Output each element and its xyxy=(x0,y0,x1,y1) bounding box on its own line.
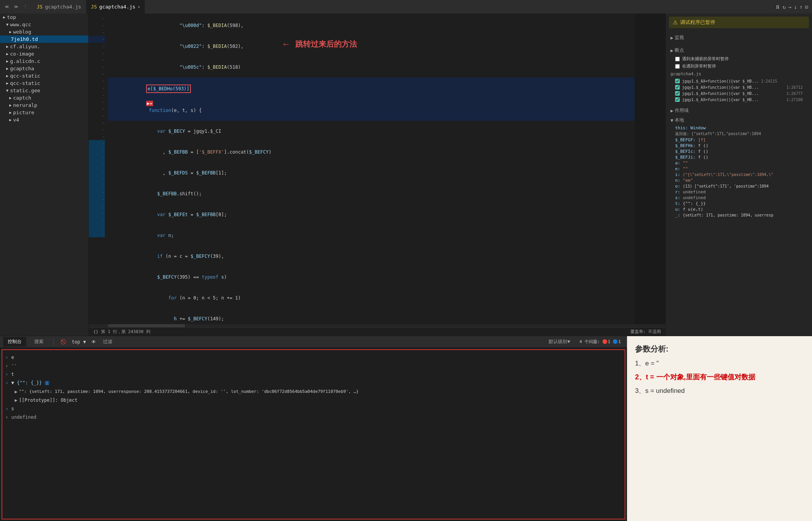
analysis-item-2: 2、t = 一个对象,里面有一些键值对数据 xyxy=(635,372,804,382)
sidebar-label: top xyxy=(7,14,16,20)
expand-icon[interactable]: ▶ xyxy=(15,396,17,404)
arrow-icon: ▶ xyxy=(6,44,8,49)
console-line-e-output: ‹ '' xyxy=(5,362,622,370)
clear-console-button[interactable]: 🚫 xyxy=(58,338,69,345)
toolbar-icon-5[interactable]: ↑ xyxy=(799,4,802,10)
sidebar-label: www.qcc xyxy=(10,22,31,27)
scope-o[interactable]: o: (13) ["setLeft":171', 'passtime":1094 xyxy=(666,183,812,189)
bp-checkbox-2[interactable] xyxy=(675,91,680,96)
bp-label-2: jgqy1.$_AX=function(){var $_HB... xyxy=(682,91,759,96)
sidebar-item-co-image[interactable]: ▶ co-image xyxy=(0,50,88,58)
bp-item-1[interactable]: jgqy1.$_AX=function(){var $_HB... 1:2671… xyxy=(666,84,812,90)
code-content[interactable]: "\u000d": $_BEDIA(598), "\u0022": $_BEDI… xyxy=(108,14,635,324)
code-line: $_BEFBB.shift(); xyxy=(108,183,635,204)
scope-value: (13) ["setLeft":171', 'passtime":1094 xyxy=(683,184,769,188)
sidebar-item-captch[interactable]: ▶ captch xyxy=(0,94,88,101)
toolbar-icon-2[interactable]: ↻ xyxy=(783,4,786,10)
sidebar-item-neruralp[interactable]: ▶ neruralp xyxy=(0,101,88,109)
scope-befhk[interactable]: $_BEFHk: f () xyxy=(666,143,812,149)
scope-befgf[interactable]: $_BEFGF: [f] xyxy=(666,137,812,143)
bp-item-3[interactable]: jgqy1.$_AX=function(){var $_HB... 1:2710… xyxy=(666,96,812,103)
console-input-text: t xyxy=(11,370,14,378)
bp-item-0[interactable]: jgqy1.$_AX=function(){var $_HB... 1:2421… xyxy=(666,78,812,84)
sidebar-item-7je1h0[interactable]: 7je1h0.td xyxy=(0,36,88,43)
scope-t[interactable]: t: {"": {_}} xyxy=(666,201,812,206)
sidebar-item-picture[interactable]: ▶ picture xyxy=(0,109,88,116)
scope-i: i: ("{\"setLeft\":171,\"passtime\":1094,… xyxy=(666,172,812,178)
bp-checkbox-1[interactable] xyxy=(675,85,680,90)
sidebar-item-www[interactable]: ▼ www.qcc xyxy=(0,21,88,28)
warning-icon: ⚠ xyxy=(673,19,678,25)
tab-js-icon: JS xyxy=(37,4,43,10)
tab-bar: ≪ ≫ ⋮ JS gcaptcha4.js JS gcaptcha4.js ✕ … xyxy=(0,0,812,14)
toolbar-icon-3[interactable]: → xyxy=(788,4,791,10)
toolbar-icon-6[interactable]: ⊡ xyxy=(805,4,808,10)
scope-befji[interactable]: $_BEFJi: f () xyxy=(666,154,812,160)
scope-underscore[interactable]: _: {setLeft: 171, passtime: 1094, userre… xyxy=(666,212,812,218)
scope-key: i: xyxy=(675,172,680,177)
tab-console[interactable]: 控制台 xyxy=(3,337,27,347)
sidebar-item-v4[interactable]: ▶ v4 xyxy=(0,116,88,123)
h-scrollbar[interactable] xyxy=(108,324,185,327)
sidebar-item-static-gee[interactable]: ▼ static.gee xyxy=(0,87,88,94)
collapse-icon: ▶ xyxy=(670,108,673,113)
toolbar-icon-1[interactable]: ⏸ xyxy=(775,4,780,10)
scope-value: ("{\"setLeft\":171,\"passtime\":1094,\" xyxy=(683,173,773,177)
tab-search[interactable]: 搜索 xyxy=(30,337,49,347)
section-header-scope[interactable]: ▶ 作用域 xyxy=(666,106,812,115)
exception-checkbox-1[interactable] xyxy=(675,57,680,61)
exception-label-1: 遇到未捕获的异常时暂停 xyxy=(682,56,729,62)
context-dropdown-icon[interactable]: ▼ xyxy=(83,339,86,345)
bp-checkbox-3[interactable] xyxy=(675,97,680,102)
section-header-breakpoints[interactable]: ▶ 断点 xyxy=(666,46,812,55)
scope-u: u: f u(e,t) xyxy=(666,206,812,212)
code-line-func: e[$_BEDHo(593)] ▶= function(e, t, s) { xyxy=(108,78,635,121)
exception-checkbox-2[interactable] xyxy=(675,64,680,69)
console-output-undefined: undefined xyxy=(11,413,36,421)
menu-icon[interactable]: ⋮ xyxy=(22,4,29,9)
section-header-local[interactable]: ▼ 本地 xyxy=(666,115,812,125)
console-tree-item-2[interactable]: ▶ [[Prototype]]: Object xyxy=(5,396,622,404)
sidebar-item-top[interactable]: ▶ top xyxy=(0,14,88,21)
exception-option-1[interactable]: 遇到未捕获的异常时暂停 xyxy=(666,55,812,63)
tab-gcaptcha-inactive[interactable]: JS gcaptcha4.js xyxy=(32,0,86,14)
sidebar-label: cf.aliyun. xyxy=(10,44,40,49)
arrow-icon: ▶ xyxy=(6,52,8,56)
annotation-arrow: ← xyxy=(281,39,291,49)
console-tree-item-1[interactable]: ▶ "": {setLeft: 171, passtime: 1094, use… xyxy=(5,387,622,396)
gcaptcha-file-label: gcaptcha4.js xyxy=(666,70,812,78)
exception-option-2[interactable]: 在遇到异常时暂停 xyxy=(666,63,812,70)
toolbar-icon-4[interactable]: ↓ xyxy=(794,4,797,10)
section-header-watch[interactable]: ▶ 监视 xyxy=(666,33,812,42)
console-panel: 控制台 搜索 🚫 top ▼ 👁 过滤 默认级别▼ 4 个问题: 🔴1 🔵1 ›… xyxy=(0,336,627,521)
minimap xyxy=(635,14,665,324)
nav-forward-icon[interactable]: ≫ xyxy=(12,4,20,9)
nav-back-icon[interactable]: ≪ xyxy=(3,4,11,9)
scope-key: e: xyxy=(675,166,680,171)
level-selector[interactable]: 默认级别▼ xyxy=(546,338,573,345)
sidebar-item-gcaptcha[interactable]: ▶ gcaptcha xyxy=(0,65,88,72)
arrow-icon: ▶ xyxy=(6,59,8,63)
sidebar-item-qcc-static2[interactable]: ▶ qcc-static xyxy=(0,80,88,87)
scope-value: f () xyxy=(698,155,709,160)
scope-befic[interactable]: $_BEFIc: f () xyxy=(666,149,812,154)
code-line: "\u005c": $_BEDIA(518) xyxy=(108,57,635,78)
sidebar-item-weblog[interactable]: ▶ weblog xyxy=(0,28,88,36)
arrow-icon: ▶ xyxy=(9,96,12,100)
code-line: , $_BEFDS = $_BEFBB[1]; xyxy=(108,162,635,183)
expand-icon[interactable]: ▶ xyxy=(15,388,17,396)
filter-label: 过滤 xyxy=(101,338,114,345)
sidebar-item-alicdn[interactable]: ▶ g.alicdn.c xyxy=(0,58,88,65)
tab-close-icon[interactable]: ✕ xyxy=(138,5,140,9)
sidebar-item-qcc-static1[interactable]: ▶ qcc-static xyxy=(0,72,88,80)
context-selector[interactable]: top xyxy=(72,339,80,345)
bp-item-2[interactable]: jgqy1.$_AX=function(){var $_HB... 1:2677… xyxy=(666,90,812,96)
code-editor[interactable]: - - - - - - - - - - - - - - - - - xyxy=(89,14,665,324)
bp-checkbox-0[interactable] xyxy=(675,79,680,83)
console-line-t-input: › t xyxy=(5,370,622,379)
show-hide-button[interactable]: 👁 xyxy=(89,338,98,345)
console-line-s-input: › s xyxy=(5,404,622,413)
tab-gcaptcha-active[interactable]: JS gcaptcha4.js ✕ xyxy=(86,0,145,14)
console-prompt: › xyxy=(5,370,8,378)
sidebar-item-cf[interactable]: ▶ cf.aliyun. xyxy=(0,43,88,50)
